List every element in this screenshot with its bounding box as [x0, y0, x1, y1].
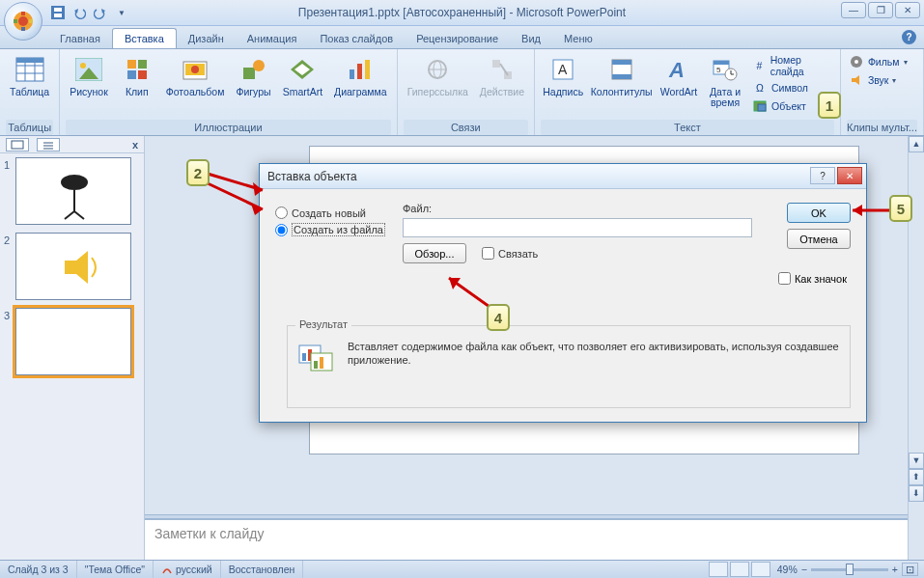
help-icon[interactable]: ? — [902, 30, 916, 44]
clip-button[interactable]: Клип — [116, 52, 158, 99]
wordart-icon: A — [663, 54, 694, 85]
zoom-in-button[interactable]: + — [892, 564, 898, 575]
svg-point-1 — [18, 16, 28, 26]
link-check-input[interactable] — [482, 247, 494, 260]
slides-pane: x 1 2 3 — [0, 136, 145, 560]
group-media-label: Клипы мульт... — [847, 120, 917, 135]
svg-rect-64 — [302, 353, 306, 361]
close-pane-icon[interactable]: x — [132, 139, 138, 151]
movie-button[interactable]: Фильм▾ — [849, 54, 908, 69]
tab-review[interactable]: Рецензирование — [405, 29, 510, 48]
svg-rect-4 — [14, 19, 17, 23]
headerfooter-icon — [606, 54, 637, 85]
radio-create-new[interactable]: Создать новый — [275, 206, 391, 219]
thumbnail-3[interactable] — [15, 308, 131, 375]
svg-point-26 — [191, 66, 199, 73]
link-checkbox[interactable]: Связать — [482, 247, 538, 260]
action-label: Действие — [480, 87, 524, 97]
outline-tab[interactable] — [37, 138, 60, 151]
office-button[interactable] — [4, 2, 42, 41]
slidenum-button[interactable]: #Номер слайда — [752, 54, 832, 77]
tab-menu[interactable]: Меню — [552, 29, 604, 48]
scroll-down-icon[interactable]: ▼ — [909, 453, 924, 469]
movie-icon — [849, 54, 864, 69]
thumbnail-1[interactable] — [15, 157, 131, 225]
as-icon-input[interactable] — [778, 272, 791, 285]
fit-button[interactable]: ⊡ — [902, 563, 918, 576]
svg-point-55 — [854, 60, 858, 64]
sound-icon — [849, 72, 864, 88]
svg-marker-62 — [65, 251, 88, 284]
album-label: Фотоальбом — [166, 87, 225, 97]
sound-button[interactable]: Звук▾ — [849, 72, 908, 88]
datetime-button[interactable]: 5Дата и время — [704, 52, 746, 110]
normal-view-button[interactable] — [709, 562, 728, 577]
tab-design[interactable]: Дизайн — [177, 29, 236, 48]
pane-tabs: x — [0, 136, 144, 153]
datetime-label: Дата и время — [710, 87, 741, 108]
album-button[interactable]: Фотоальбом — [162, 52, 229, 99]
slideshow-view-button[interactable] — [751, 562, 770, 577]
scroll-up-icon[interactable]: ▲ — [909, 136, 924, 152]
next-slide-icon[interactable]: ⬇ — [909, 485, 924, 502]
ok-button[interactable]: OK — [787, 203, 851, 223]
dialog-body: Создать новый Создать из файла Файл: Обз… — [260, 189, 866, 277]
shapes-button[interactable]: Фигуры — [232, 52, 274, 99]
svg-rect-16 — [16, 58, 43, 63]
svg-rect-22 — [127, 70, 136, 79]
maximize-button[interactable]: ❐ — [868, 2, 893, 18]
as-icon-checkbox[interactable]: Как значок — [778, 272, 847, 285]
qat-dropdown-icon[interactable]: ▼ — [114, 5, 129, 20]
save-icon[interactable] — [50, 5, 66, 20]
smartart-icon — [287, 54, 318, 85]
chart-button[interactable]: Диаграмма — [330, 52, 391, 99]
status-recovered: Восстановлен — [221, 561, 304, 578]
tab-slideshow[interactable]: Показ слайдов — [308, 29, 405, 48]
slides-tab[interactable] — [6, 138, 29, 151]
callout-4: 4 — [487, 304, 510, 331]
close-button[interactable]: ✕ — [895, 2, 920, 18]
status-lang[interactable]: русский — [154, 561, 221, 578]
window-controls: — ❐ ✕ — [841, 2, 920, 18]
zoom-thumb[interactable] — [846, 564, 854, 575]
svg-point-28 — [253, 60, 265, 71]
radio-create-from-file[interactable]: Создать из файла — [275, 223, 391, 236]
thumbnail-2[interactable] — [15, 233, 131, 300]
redo-icon[interactable] — [93, 5, 108, 20]
dialog-close-button[interactable]: ✕ — [837, 167, 862, 184]
svg-rect-2 — [21, 12, 25, 15]
browse-button[interactable]: Обзор... — [403, 243, 466, 263]
dialog-titlebar[interactable]: Вставка объекта ? ✕ — [260, 164, 866, 189]
wordart-button[interactable]: AWordArt — [658, 52, 700, 99]
table-label: Таблица — [10, 87, 49, 97]
file-path-input[interactable] — [403, 218, 752, 237]
zoom-level[interactable]: 49% — [777, 564, 798, 575]
textbox-icon: A — [547, 54, 578, 85]
zoom-slider[interactable] — [811, 568, 888, 571]
smartart-button[interactable]: SmartArt — [279, 52, 326, 99]
undo-icon[interactable] — [71, 5, 87, 20]
svg-rect-37 — [492, 60, 500, 68]
slidenum-icon: # — [752, 58, 767, 73]
tab-view[interactable]: Вид — [510, 29, 552, 48]
minimize-button[interactable]: — — [841, 2, 866, 18]
cancel-button[interactable]: Отмена — [787, 229, 851, 249]
dialog-help-button[interactable]: ? — [810, 167, 835, 184]
callout-5: 5 — [889, 195, 912, 222]
headerfooter-label: Колонтитулы — [591, 87, 653, 97]
chart-icon — [345, 54, 376, 85]
zoom-out-button[interactable]: − — [801, 564, 807, 575]
table-button[interactable]: Таблица — [6, 52, 53, 99]
textbox-button[interactable]: AНадпись — [541, 52, 585, 99]
svg-marker-56 — [852, 75, 859, 85]
picture-button[interactable]: Рисунок — [66, 52, 112, 99]
tab-insert[interactable]: Вставка — [112, 28, 177, 48]
prev-slide-icon[interactable]: ⬆ — [909, 469, 924, 485]
headerfooter-button[interactable]: Колонтитулы — [589, 52, 654, 99]
notes-pane[interactable]: Заметки к слайду — [145, 519, 908, 560]
tab-animation[interactable]: Анимация — [236, 29, 309, 48]
sorter-view-button[interactable] — [730, 562, 749, 577]
album-icon — [180, 54, 210, 85]
tab-home[interactable]: Главная — [48, 29, 112, 48]
smartart-label: SmartArt — [283, 87, 322, 97]
